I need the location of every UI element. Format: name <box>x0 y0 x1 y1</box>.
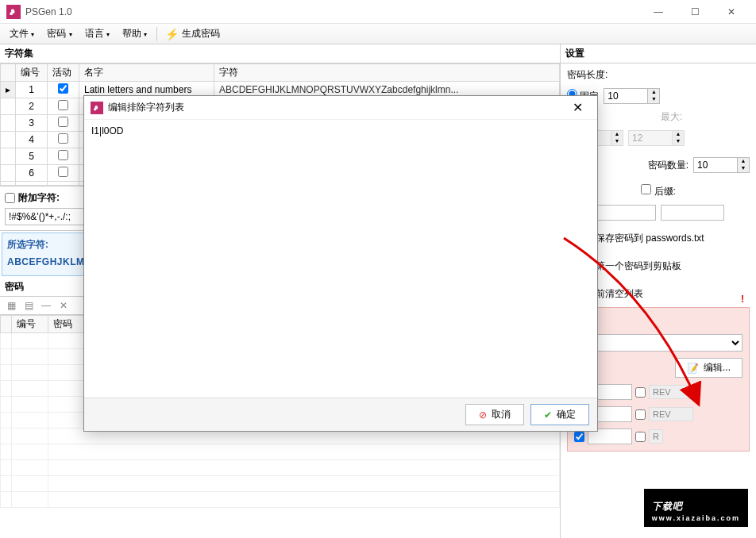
edit-icon: 📝 <box>687 363 699 374</box>
menu-help[interactable]: 帮助 ▾ <box>116 24 153 44</box>
ok-button[interactable]: ✔ 确定 <box>530 404 589 425</box>
rev-label: R <box>649 429 663 444</box>
window-controls: — ☐ ✕ <box>640 0 750 24</box>
spinner-icon[interactable]: ▲▼ <box>648 88 660 104</box>
suffix-checkbox-label[interactable]: 后缀: <box>641 184 676 198</box>
cancel-icon: ⊘ <box>479 409 487 421</box>
rule-row: R <box>574 428 742 444</box>
dialog-titlebar: 编辑排除字符列表 ✕ <box>84 96 597 120</box>
rule-row: REV <box>574 384 742 400</box>
remove-icon[interactable]: — <box>38 298 54 313</box>
menu-password[interactable]: 密码 ▾ <box>40 24 78 44</box>
suffix-checkbox[interactable] <box>641 184 651 194</box>
charset-header: 字符集 <box>0 44 560 63</box>
addchars-checkbox[interactable] <box>5 193 15 203</box>
col-name[interactable]: 名字 <box>79 64 214 82</box>
settings-header: 设置 <box>561 44 756 63</box>
alert-icon: ! <box>741 294 744 305</box>
col-pw-num[interactable]: 编号 <box>12 316 48 333</box>
corner-cell <box>1 64 16 82</box>
menubar: 文件 ▾ 密码 ▾ 语言 ▾ 帮助 ▾ ⚡ 生成密码 <box>0 24 756 44</box>
exclusion-dialog: 编辑排除字符列表 ✕ I1|l0OD ⊘ 取消 ✔ 确定 <box>83 95 598 432</box>
row-selector[interactable]: ▸ <box>1 82 16 98</box>
spinner-icon: ▲▼ <box>611 130 623 146</box>
spinner-icon: ▲▼ <box>673 130 685 146</box>
dialog-icon <box>91 102 103 114</box>
ok-icon: ✔ <box>544 409 552 421</box>
menu-language[interactable]: 语言 ▾ <box>79 24 116 44</box>
generate-button[interactable]: ⚡ 生成密码 <box>160 25 225 42</box>
row-num: 1 <box>16 82 48 98</box>
col-chars[interactable]: 字符 <box>214 64 560 82</box>
row-active[interactable] <box>48 82 79 98</box>
menu-separator <box>156 27 157 41</box>
close-button[interactable]: ✕ <box>713 0 750 24</box>
app-title: PSGen 1.0 <box>25 6 72 17</box>
rule-row: REV <box>574 406 742 422</box>
exclusion-chars-label: 字符: <box>574 314 742 328</box>
count-input[interactable] <box>693 157 738 173</box>
dialog-footer: ⊘ 取消 ✔ 确定 <box>84 398 597 431</box>
bolt-icon: ⚡ <box>165 28 179 40</box>
spinner-icon[interactable]: ▲▼ <box>738 157 750 173</box>
col-num[interactable]: 编号 <box>16 64 48 82</box>
edit-button-label: 编辑... <box>704 361 731 375</box>
app-icon <box>6 5 21 19</box>
max-label: 最大: <box>661 110 750 124</box>
dialog-close-button[interactable]: ✕ <box>565 97 591 118</box>
dialog-title: 编辑排除字符列表 <box>108 101 184 114</box>
fixed-length-input[interactable] <box>604 88 648 104</box>
corner-cell <box>1 316 12 333</box>
col-active[interactable]: 活动 <box>48 64 79 82</box>
suffix-input-1[interactable] <box>592 205 656 221</box>
copy-icon[interactable]: ▦ <box>3 298 19 313</box>
watermark: 下载吧 www.xiazaiba.com <box>644 489 748 527</box>
max-length-input <box>628 130 673 146</box>
minimize-button[interactable]: — <box>640 0 677 24</box>
count-label: 密码数量: <box>648 159 688 172</box>
rev-label: REV <box>649 385 693 399</box>
exclusion-textarea[interactable]: I1|l0OD <box>91 125 591 393</box>
suffix-input-2[interactable] <box>661 205 724 221</box>
menu-file[interactable]: 文件 ▾ <box>3 24 40 44</box>
edit-button[interactable]: 📝 编辑... <box>675 358 742 378</box>
rule-checkbox[interactable] <box>574 432 584 442</box>
save-icon[interactable]: ▤ <box>21 298 37 313</box>
watermark-url: www.xiazaiba.com <box>652 514 740 522</box>
rev-checkbox[interactable] <box>635 409 646 420</box>
exclusion-select[interactable] <box>574 334 742 352</box>
titlebar: PSGen 1.0 — ☐ ✕ <box>0 0 756 24</box>
rev-label: REV <box>649 407 693 421</box>
cancel-label: 取消 <box>492 408 511 421</box>
rev-checkbox[interactable] <box>635 432 646 442</box>
clear-icon[interactable]: ✕ <box>56 298 71 313</box>
dialog-body: I1|l0OD <box>84 120 597 398</box>
cancel-button[interactable]: ⊘ 取消 <box>465 404 524 425</box>
maximize-button[interactable]: ☐ <box>677 0 713 24</box>
rev-checkbox[interactable] <box>635 387 646 398</box>
generate-label: 生成密码 <box>182 27 220 40</box>
watermark-text: 下载吧 <box>652 501 683 512</box>
ok-label: 确定 <box>557 408 576 421</box>
length-label: 密码长度: <box>567 68 750 82</box>
